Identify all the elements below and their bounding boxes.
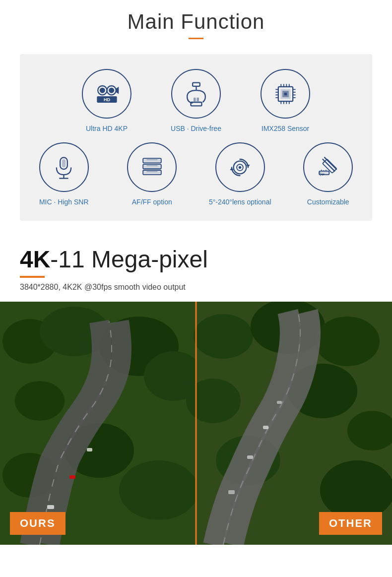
afff-icon-circle xyxy=(127,142,177,192)
svg-rect-71 xyxy=(47,505,54,509)
sensor-icon-circle xyxy=(261,69,310,119)
svg-point-3 xyxy=(109,87,114,93)
svg-rect-37 xyxy=(143,158,161,163)
feature-row-2: MIC · High SNR AF/FF opti xyxy=(30,142,362,206)
section-4k: 4K-11 Mega-pixel 3840*2880, 4K2K @30fps … xyxy=(0,231,392,297)
feature-item-mic: MIC · High SNR xyxy=(30,142,98,206)
comparison-divider xyxy=(196,302,197,545)
svg-rect-9 xyxy=(191,102,201,106)
4k-orange-bar xyxy=(20,276,45,278)
feature-item-usb: USB · Drive-free xyxy=(161,69,231,132)
afff-label: AF/FF option xyxy=(132,198,172,206)
svg-point-78 xyxy=(186,379,241,423)
hd-label: Ultra HD 4KP xyxy=(86,125,128,132)
svg-rect-11 xyxy=(196,97,199,101)
label-ours: OURS xyxy=(10,512,65,535)
svg-point-70 xyxy=(119,460,198,520)
sensor-label: IMX258 Sensor xyxy=(261,125,310,132)
svg-point-47 xyxy=(239,166,242,169)
custom-label: Customizable xyxy=(307,198,349,206)
edit-icon xyxy=(315,154,342,181)
feature-item-afff: AF/FF option xyxy=(118,142,187,206)
4k-bold: 4K xyxy=(20,246,50,272)
feature-item-hd: HD Ultra HD 4KP xyxy=(72,69,141,132)
comparison-section: OURS OTHER xyxy=(0,302,392,545)
svg-point-75 xyxy=(194,314,253,359)
svg-rect-86 xyxy=(277,401,282,404)
svg-rect-41 xyxy=(143,170,161,175)
hd-camera-icon: HD xyxy=(93,80,121,108)
svg-rect-73 xyxy=(87,448,92,451)
feature-row-1: HD Ultra HD 4KP xyxy=(30,69,362,132)
usb-icon-circle xyxy=(171,69,221,119)
main-title: Main Function xyxy=(0,10,392,34)
mic-label: MIC · High SNR xyxy=(39,198,89,206)
rotation-lens-icon xyxy=(226,154,254,181)
title-underline xyxy=(189,38,203,39)
lens-icon-circle xyxy=(215,142,265,192)
feature-box: HD Ultra HD 4KP xyxy=(20,54,372,221)
usb-label: USB · Drive-free xyxy=(171,125,221,132)
svg-rect-10 xyxy=(194,97,196,101)
svg-rect-39 xyxy=(143,164,161,169)
sensor-icon xyxy=(272,80,299,108)
title-4k: 4K-11 Mega-pixel xyxy=(20,246,372,273)
4k-subtitle: 3840*2880, 4K2K @30fps smooth video outp… xyxy=(20,283,372,292)
svg-rect-31 xyxy=(284,92,287,95)
4k-rest: -11 Mega-pixel xyxy=(50,246,207,272)
hd-camera-icon-circle: HD xyxy=(82,69,131,119)
svg-point-82 xyxy=(320,460,392,520)
svg-point-66 xyxy=(15,381,65,421)
usb-icon xyxy=(183,80,210,108)
label-other: OTHER xyxy=(319,512,382,535)
mic-icon xyxy=(50,154,77,181)
svg-rect-72 xyxy=(69,475,75,479)
svg-text:HD: HD xyxy=(103,97,110,102)
svg-point-77 xyxy=(315,317,380,366)
custom-icon-circle xyxy=(303,142,353,192)
svg-rect-7 xyxy=(193,82,200,86)
mic-icon-circle xyxy=(39,142,89,192)
svg-rect-83 xyxy=(228,490,235,494)
lens-stack-icon xyxy=(138,154,166,181)
lens-label: 5°-240°lens optional xyxy=(209,198,271,206)
svg-rect-85 xyxy=(263,426,268,429)
feature-item-custom: Customizable xyxy=(294,142,363,206)
svg-rect-33 xyxy=(62,159,65,168)
header-section: Main Function xyxy=(0,0,392,44)
svg-point-1 xyxy=(99,87,105,93)
feature-item-lens: 5°-240°lens optional xyxy=(206,142,274,206)
svg-rect-84 xyxy=(247,455,253,459)
svg-marker-6 xyxy=(116,86,119,94)
feature-item-sensor: IMX258 Sensor xyxy=(251,69,320,132)
